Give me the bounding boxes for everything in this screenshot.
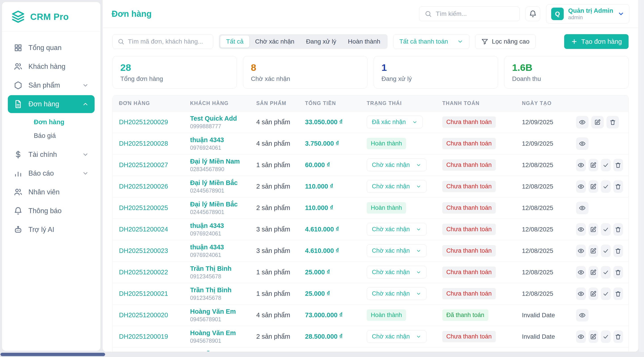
advanced-filter-button[interactable]: Lọc nâng cao bbox=[475, 34, 536, 49]
vertical-scrollbar[interactable] bbox=[639, 0, 644, 352]
customer-name[interactable]: Trần Thị Bình bbox=[190, 265, 245, 273]
delete-order-button[interactable] bbox=[613, 331, 623, 343]
pencil-icon bbox=[590, 248, 596, 254]
view-order-button[interactable] bbox=[576, 288, 586, 300]
order-id[interactable]: DH20251200023 bbox=[119, 247, 168, 254]
delete-order-button[interactable] bbox=[613, 245, 623, 257]
sidebar-item-staff[interactable]: Nhân viên bbox=[8, 183, 94, 201]
customer-name[interactable]: thuận 4343 bbox=[190, 222, 245, 230]
customer-name[interactable]: Trần Thị Bình bbox=[190, 286, 245, 294]
delete-order-button[interactable] bbox=[613, 288, 623, 300]
order-id[interactable]: DH20251200028 bbox=[119, 140, 168, 147]
customer-name[interactable]: Hoàng Văn Em bbox=[190, 308, 245, 316]
sidebar-subitem-quotes[interactable]: Báo giá bbox=[6, 129, 96, 143]
status-tab-1[interactable]: Chờ xác nhận bbox=[249, 35, 300, 47]
sidebar-subitem-orders[interactable]: Đơn hàng bbox=[6, 115, 96, 129]
sidebar-item-ai-assistant[interactable]: Trợ lý AI bbox=[8, 221, 94, 239]
order-id[interactable]: DH20251200026 bbox=[119, 183, 168, 190]
status-tab-2[interactable]: Đang xử lý bbox=[300, 35, 342, 47]
confirm-order-button[interactable] bbox=[601, 266, 611, 279]
view-order-button[interactable] bbox=[576, 180, 586, 193]
stat-value: 1 bbox=[382, 62, 490, 73]
status-tab-3[interactable]: Hoàn thành bbox=[342, 35, 386, 47]
confirm-order-button[interactable] bbox=[601, 180, 611, 193]
customer-name[interactable]: Hoàng Văn Em bbox=[190, 329, 245, 337]
order-id[interactable]: DH20251200024 bbox=[119, 226, 168, 233]
horizontal-scrollbar[interactable] bbox=[0, 352, 644, 357]
view-order-button[interactable] bbox=[576, 116, 588, 128]
order-id[interactable]: DH20251200027 bbox=[119, 161, 168, 168]
order-status-select[interactable]: Đã xác nhận bbox=[367, 116, 422, 128]
order-status-select[interactable]: Chờ xác nhận bbox=[367, 330, 426, 343]
sidebar-item-orders[interactable]: Đơn hàng bbox=[8, 95, 94, 113]
order-id[interactable]: DH20251200020 bbox=[119, 312, 168, 319]
edit-order-button[interactable] bbox=[588, 266, 598, 279]
trash-icon bbox=[615, 333, 622, 340]
confirm-order-button[interactable] bbox=[601, 223, 611, 236]
sidebar-item-reports[interactable]: Báo cáo bbox=[8, 164, 94, 182]
create-order-button[interactable]: Tạo đơn hàng bbox=[564, 34, 628, 49]
view-order-button[interactable] bbox=[576, 309, 588, 322]
delete-order-button[interactable] bbox=[613, 223, 623, 236]
edit-order-button[interactable] bbox=[588, 159, 598, 171]
edit-order-button[interactable] bbox=[588, 180, 598, 193]
global-search-input[interactable] bbox=[436, 10, 514, 17]
customer-name[interactable]: thuận 4343 bbox=[190, 243, 245, 251]
order-id[interactable]: DH20251200029 bbox=[119, 118, 168, 126]
view-order-button[interactable] bbox=[576, 202, 588, 214]
customer-name[interactable]: Đại lý Miền Nam bbox=[190, 157, 245, 165]
customer-name[interactable]: thuận 4343 bbox=[190, 136, 245, 144]
order-id[interactable]: DH20251200025 bbox=[119, 204, 168, 211]
order-status-select[interactable]: Chờ xác nhận bbox=[367, 180, 426, 193]
payment-filter-select[interactable]: Tất cả thanh toán bbox=[393, 34, 469, 49]
confirm-order-button[interactable] bbox=[601, 245, 611, 257]
sidebar-item-products[interactable]: Sản phẩm bbox=[8, 76, 94, 94]
customer-name[interactable]: Test Quick Add bbox=[190, 115, 245, 122]
order-search-input[interactable] bbox=[128, 38, 208, 45]
order-status-select[interactable]: Chờ xác nhận bbox=[367, 159, 426, 171]
row-actions bbox=[576, 223, 623, 236]
order-status-select[interactable]: Chờ xác nhận bbox=[367, 244, 426, 257]
view-order-button[interactable] bbox=[576, 159, 586, 171]
view-order-button[interactable] bbox=[576, 266, 586, 279]
horizontal-scrollbar-thumb[interactable] bbox=[0, 353, 105, 356]
edit-order-button[interactable] bbox=[588, 288, 598, 300]
status-tab-0[interactable]: Tất cả bbox=[220, 35, 249, 47]
notifications-button[interactable] bbox=[526, 6, 540, 21]
confirm-order-button[interactable] bbox=[601, 159, 611, 171]
delete-order-button[interactable] bbox=[613, 159, 623, 171]
order-id[interactable]: DH20251200019 bbox=[119, 333, 168, 340]
order-status-select[interactable]: Chờ xác nhận bbox=[367, 223, 426, 236]
delete-order-button[interactable] bbox=[606, 116, 619, 128]
order-id[interactable]: DH20251200022 bbox=[119, 269, 168, 276]
customer-name[interactable]: Đại lý Miền Bắc bbox=[190, 179, 245, 187]
customer-name[interactable]: Đại lý Miền Bắc bbox=[190, 200, 245, 208]
customer-phone: 0912345678 bbox=[190, 273, 245, 280]
order-date: 12/08/2025 bbox=[522, 226, 553, 233]
view-order-button[interactable] bbox=[576, 245, 586, 257]
sidebar-item-notifications[interactable]: Thông báo bbox=[8, 202, 94, 220]
order-status-select[interactable]: Chờ xác nhận bbox=[367, 266, 426, 279]
view-order-button[interactable] bbox=[576, 331, 586, 343]
view-order-button[interactable] bbox=[576, 137, 588, 150]
edit-order-button[interactable] bbox=[588, 331, 598, 343]
view-order-button[interactable] bbox=[576, 223, 586, 236]
sidebar-item-dashboard[interactable]: Tổng quan bbox=[8, 39, 94, 57]
order-id[interactable]: DH20251200021 bbox=[119, 290, 168, 297]
edit-order-button[interactable] bbox=[588, 245, 598, 257]
edit-order-button[interactable] bbox=[588, 223, 598, 236]
sidebar-item-customers[interactable]: Khách hàng bbox=[8, 58, 94, 75]
delete-order-button[interactable] bbox=[613, 180, 623, 193]
sidebar-item-finance[interactable]: Tài chính bbox=[8, 146, 94, 164]
order-status-select[interactable]: Chờ xác nhận bbox=[367, 287, 426, 300]
order-row: DH20251200022Trần Thị Bình09123456781 sả… bbox=[113, 262, 628, 283]
user-menu[interactable]: Q Quản trị Admin admin bbox=[546, 4, 630, 23]
order-date: 12/08/2025 bbox=[522, 204, 553, 211]
order-row: DH20251200025Đại lý Miền Bắc024456789012… bbox=[113, 197, 628, 219]
chevron-down-icon bbox=[82, 82, 89, 89]
edit-order-button[interactable] bbox=[591, 116, 604, 128]
product-count: 2 sản phẩm bbox=[256, 204, 290, 211]
delete-order-button[interactable] bbox=[613, 266, 623, 279]
confirm-order-button[interactable] bbox=[601, 331, 611, 343]
confirm-order-button[interactable] bbox=[601, 288, 611, 300]
